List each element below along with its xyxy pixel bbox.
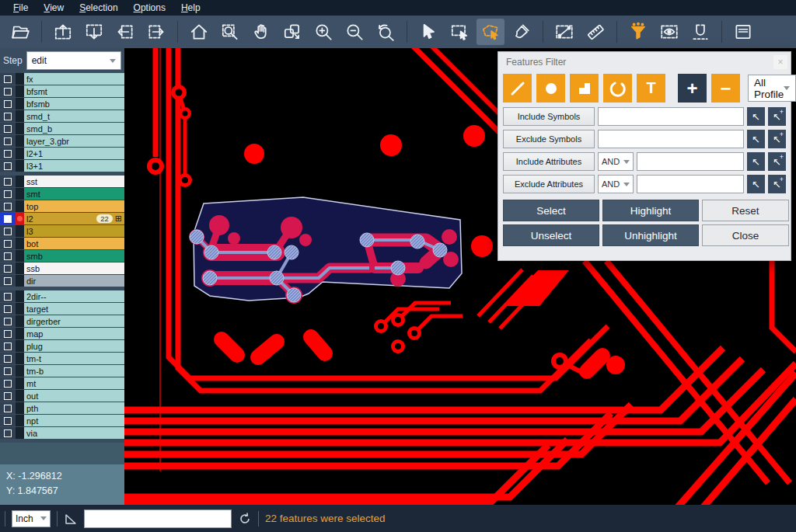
layer-name[interactable]: smd_b [24, 123, 124, 134]
open-folder-button[interactable] [6, 19, 34, 45]
layer-visibility-checkbox[interactable] [0, 415, 16, 426]
layer-visibility-checkbox[interactable] [0, 275, 16, 287]
layer-name[interactable]: top [24, 200, 124, 212]
pick-symbol-button[interactable]: ↖ [747, 107, 765, 126]
layer-name[interactable]: dir [24, 275, 124, 287]
clear-brush-button[interactable] [508, 19, 536, 45]
layer-name[interactable]: via [24, 427, 124, 439]
layer-visibility-checkbox[interactable] [0, 365, 16, 377]
layer-row-top[interactable]: top [0, 200, 124, 212]
include-attributes-logic-select[interactable]: AND [598, 152, 634, 171]
zoom-window-button[interactable] [216, 19, 244, 45]
select-cursor-button[interactable] [414, 19, 442, 45]
angle-measure-icon[interactable] [64, 512, 78, 526]
dialog-title-bar[interactable]: Features Filter × [498, 52, 791, 71]
layer-row-smd_t[interactable]: smd_t [0, 110, 124, 122]
step-left-button[interactable] [111, 19, 139, 45]
layer-visibility-checkbox[interactable] [0, 98, 16, 110]
layer-row-via[interactable]: via [0, 427, 124, 439]
layer-name[interactable]: 2dir-- [24, 290, 124, 302]
highlight-button[interactable]: Highlight [602, 200, 699, 221]
layer-row-smt[interactable]: smt [0, 188, 124, 200]
select-polygon-button[interactable] [477, 19, 504, 45]
layer-row-out[interactable]: out [0, 390, 124, 402]
layer-visibility-checkbox[interactable] [0, 315, 16, 327]
layer-visibility-checkbox[interactable] [0, 263, 16, 274]
layer-visibility-checkbox[interactable] [0, 213, 16, 224]
layer-visibility-checkbox[interactable] [0, 290, 16, 302]
step-right-button[interactable] [142, 19, 170, 45]
layer-name[interactable]: l3 [24, 225, 124, 237]
layer-name[interactable]: bfsmb [24, 98, 124, 110]
menu-options[interactable]: Options [127, 1, 173, 15]
step-select[interactable]: edit [26, 51, 121, 70]
layer-row-fx[interactable]: fx [0, 73, 124, 85]
layer-name[interactable]: smd_t [24, 110, 124, 122]
layer-row-bfsmb[interactable]: bfsmb [0, 98, 124, 110]
layer-row-bfsmt[interactable]: bfsmt [0, 85, 124, 97]
grid-icon[interactable]: ⊞ [115, 214, 122, 223]
layer-name[interactable]: out [24, 390, 124, 402]
filter-line-button[interactable] [503, 74, 532, 103]
layer-name[interactable]: target [24, 303, 124, 315]
zoom-object-button[interactable] [278, 19, 306, 45]
pick-add-attribute-button[interactable]: ↖+ [768, 152, 786, 171]
layer-row-l2+1[interactable]: l2+1 [0, 148, 124, 159]
select-button[interactable]: Select [503, 200, 599, 221]
menu-file[interactable]: File [6, 1, 35, 15]
layer-visibility-checkbox[interactable] [0, 340, 16, 352]
layer-name[interactable]: smb [24, 250, 124, 262]
pick-attribute-button[interactable]: ↖ [747, 175, 765, 193]
refresh-icon[interactable] [238, 512, 252, 526]
include-attributes-input[interactable] [637, 152, 744, 171]
home-button[interactable] [185, 19, 213, 45]
include-symbols-input[interactable] [598, 107, 744, 126]
layer-name[interactable]: pth [24, 402, 124, 414]
layer-row-dirgerber[interactable]: dirgerber [0, 315, 124, 327]
zoom-previous-button[interactable] [372, 19, 400, 45]
layer-visibility-checkbox[interactable] [0, 328, 16, 339]
layer-visibility-checkbox[interactable] [0, 390, 16, 402]
filter-positive-button[interactable]: + [678, 74, 707, 103]
layer-row-tm-b[interactable]: tm-b [0, 365, 124, 377]
zoom-in-button[interactable] [309, 19, 337, 45]
layer-name[interactable]: ssb [24, 263, 124, 274]
layer-name[interactable]: map [24, 328, 124, 339]
layers-panel-button[interactable] [729, 19, 757, 45]
command-input[interactable] [84, 509, 232, 528]
layer-visibility-checkbox[interactable] [0, 427, 16, 439]
layer-row-dir[interactable]: dir [0, 275, 124, 287]
filter-funnel-button[interactable] [624, 19, 652, 45]
unselect-button[interactable]: Unselect [503, 224, 599, 246]
units-select[interactable]: Inch [12, 510, 51, 527]
layer-row-map[interactable]: map [0, 328, 124, 339]
menu-view[interactable]: View [37, 1, 71, 15]
layer-name[interactable]: npt [24, 415, 124, 426]
zoom-out-button[interactable] [340, 19, 368, 45]
layer-row-tm-t[interactable]: tm-t [0, 353, 124, 364]
layer-row-npt[interactable]: npt [0, 415, 124, 426]
layer-visibility-checkbox[interactable] [0, 123, 16, 134]
layer-name[interactable]: bfsmt [24, 85, 124, 97]
close-button[interactable]: Close [702, 224, 789, 246]
active-layer-indicator[interactable] [16, 213, 24, 224]
layer-name[interactable]: bot [24, 238, 124, 249]
layer-visibility-checkbox[interactable] [0, 135, 16, 147]
exclude-attributes-input[interactable] [637, 175, 744, 193]
layer-row-l3[interactable]: l3 [0, 225, 124, 237]
layer-row-2dir--[interactable]: 2dir-- [0, 290, 124, 302]
pan-hand-button[interactable] [247, 19, 275, 45]
filter-arc-button[interactable] [603, 74, 632, 103]
pick-attribute-button[interactable]: ↖ [747, 152, 765, 171]
unhighlight-button[interactable]: Unhighlight [602, 224, 699, 246]
layer-row-l2[interactable]: l222⊞ [0, 213, 124, 224]
layer-name[interactable]: l3+1 [24, 160, 124, 172]
filter-surface-button[interactable] [570, 74, 599, 103]
layer-row-bot[interactable]: bot [0, 238, 124, 249]
layer-visibility-checkbox[interactable] [0, 238, 16, 249]
layer-visibility-checkbox[interactable] [0, 303, 16, 315]
pick-add-symbol-button[interactable]: ↖+ [768, 130, 786, 148]
layer-row-mt[interactable]: mt [0, 377, 124, 389]
exclude-attributes-button[interactable]: Exclude Attributes [503, 175, 595, 193]
pick-symbol-button[interactable]: ↖ [747, 130, 765, 148]
